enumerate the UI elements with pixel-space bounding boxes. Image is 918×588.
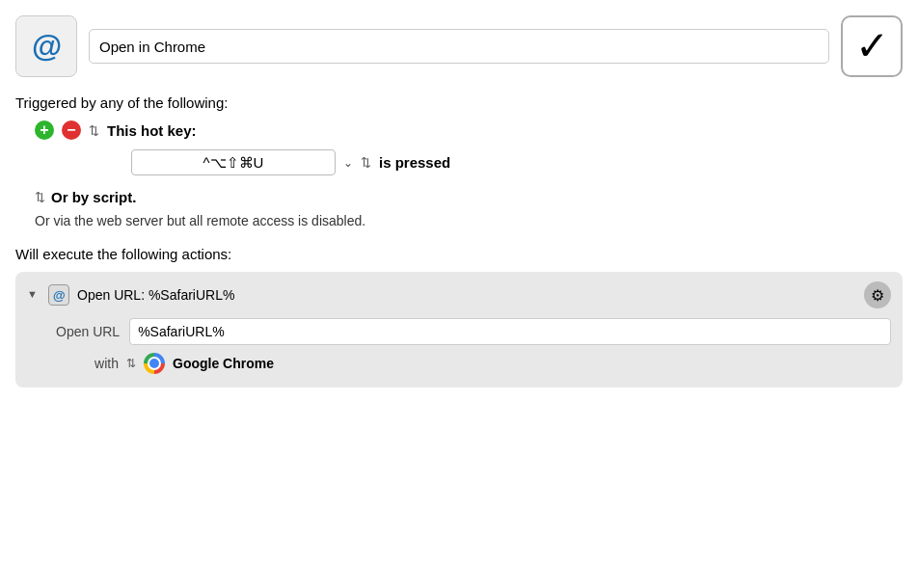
hotkey-row: + − ⇅ This hot key:: [35, 120, 903, 140]
action-header-row: ▼ @ Open URL: %SafariURL% ⚙: [27, 281, 891, 308]
url-input[interactable]: [129, 318, 891, 345]
remove-trigger-button[interactable]: −: [62, 120, 81, 140]
or-by-script-row: ⇅ Or by script.: [35, 189, 903, 205]
with-row: with ⇅ Google Chrome: [56, 353, 891, 374]
or-by-script-stepper[interactable]: ⇅: [35, 190, 45, 204]
is-pressed-label: is pressed: [379, 154, 450, 171]
hotkey-dropdown-arrow[interactable]: ⌄: [343, 156, 353, 170]
action-expand-icon[interactable]: ▼: [27, 288, 40, 302]
open-url-label: Open URL: [56, 324, 120, 339]
chrome-icon: [144, 353, 165, 374]
action-at-icon: @: [48, 284, 69, 306]
hotkey-combo-row: ⌄ ⇅ is pressed: [131, 149, 903, 175]
hotkey-type-stepper[interactable]: ⇅: [89, 123, 99, 138]
is-pressed-stepper[interactable]: ⇅: [361, 155, 371, 170]
gear-icon: ⚙: [871, 286, 884, 305]
hotkey-combo-input[interactable]: [131, 149, 336, 175]
web-server-text: Or via the web server but all remote acc…: [35, 213, 903, 228]
checkmark-icon: ✓: [855, 26, 889, 67]
or-by-script-label: Or by script.: [51, 189, 136, 205]
browser-stepper[interactable]: ⇅: [126, 357, 136, 370]
at-icon-box: @: [15, 15, 77, 77]
at-symbol: @: [31, 29, 61, 65]
hotkey-label: This hot key:: [107, 122, 197, 139]
add-trigger-button[interactable]: +: [35, 120, 54, 140]
will-execute-label: Will execute the following actions:: [15, 246, 903, 262]
checkmark-box[interactable]: ✓: [841, 15, 903, 77]
actions-container: ▼ @ Open URL: %SafariURL% ⚙ Open URL wit…: [15, 272, 903, 388]
macro-name-input[interactable]: [89, 29, 829, 64]
chrome-label: Google Chrome: [173, 356, 274, 371]
header-row: @ ✓: [15, 15, 903, 77]
action-detail-row: Open URL: [56, 318, 891, 345]
action-gear-button[interactable]: ⚙: [864, 281, 891, 308]
with-label: with: [56, 356, 119, 371]
triggered-label: Triggered by any of the following:: [15, 94, 903, 111]
action-title: Open URL: %SafariURL%: [77, 287, 856, 303]
